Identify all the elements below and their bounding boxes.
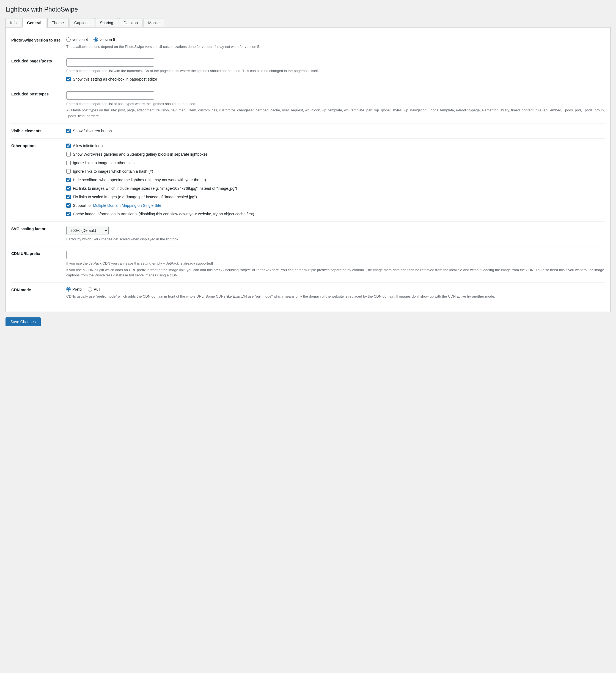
visible-elements-label: Visible elements — [11, 128, 66, 133]
svg-scaling-select[interactable]: 100% 150% 200% (Default) 250% 300% — [66, 226, 109, 235]
multiple-domain-text: Support for Multiple Domain Mapping on S… — [73, 203, 161, 208]
fix-image-sizes-checkbox[interactable] — [66, 186, 71, 191]
other-options-checkbox-group: Allow infinite loop Show WordPress galle… — [66, 143, 605, 217]
separate-lightboxes-checkbox[interactable] — [66, 152, 71, 157]
infinite-loop-text: Allow infinite loop — [73, 143, 102, 149]
excluded-post-types-desc1: Enter a comma separated list of post typ… — [66, 101, 605, 107]
tab-desktop[interactable]: Desktop — [119, 18, 143, 27]
photoswipe-version-label: PhotoSwipe version to use — [11, 37, 66, 42]
other-options-row: Other options Allow infinite loop Show W… — [11, 139, 605, 222]
version4-label: version 4 — [72, 37, 88, 42]
visible-elements-control: Show fullscreen button — [66, 128, 605, 134]
excluded-pages-control: Enter a comma separated list with the nu… — [66, 58, 605, 82]
cdn-prefix-radio[interactable] — [66, 287, 71, 291]
excluded-pages-label: Excluded pages/posts — [11, 58, 66, 63]
save-changes-button[interactable]: Save Changes — [5, 317, 41, 326]
cache-image-text: Cache image information in transients (d… — [73, 211, 254, 217]
tab-info[interactable]: Info — [5, 18, 21, 27]
infinite-loop-checkbox[interactable] — [66, 144, 71, 148]
fullscreen-button-checkbox[interactable] — [66, 129, 71, 133]
fix-scaled-label[interactable]: Fix links to scaled images (e.g."image.j… — [66, 194, 605, 200]
hide-scrollbars-text: Hide scrollbars when opening the lightbo… — [73, 177, 206, 183]
cdn-prefix-text: Prefix — [72, 287, 82, 291]
separate-lightboxes-text: Show WordPress galleries and Gutenberg g… — [73, 152, 208, 157]
hide-scrollbars-checkbox[interactable] — [66, 178, 71, 182]
multiple-domain-label[interactable]: Support for Multiple Domain Mapping on S… — [66, 203, 605, 208]
photoswipe-version-description: The available options depend on the Phot… — [66, 44, 605, 49]
photoswipe-version-control: version 4 version 5 The available option… — [66, 37, 605, 49]
show-checkbox-setting-label[interactable]: Show this setting as checkbox in page/po… — [66, 76, 605, 82]
excluded-pages-row: Excluded pages/posts Enter a comma separ… — [11, 54, 605, 87]
settings-content: PhotoSwipe version to use version 4 vers… — [5, 27, 611, 312]
cache-image-label[interactable]: Cache image information in transients (d… — [66, 211, 605, 217]
tab-mobile[interactable]: Mobile — [144, 18, 164, 27]
tab-theme[interactable]: Theme — [47, 18, 69, 27]
fullscreen-button-text: Show fullscreen button — [73, 128, 112, 134]
fix-image-sizes-text: Fix links to images which include image … — [73, 186, 237, 191]
cdn-url-prefix-row: CDN URL prefix If you use the JetPack CD… — [11, 246, 605, 283]
fix-scaled-checkbox[interactable] — [66, 195, 71, 199]
excluded-post-types-row: Excluded post types Enter a comma separa… — [11, 87, 605, 124]
tab-captions[interactable]: Captions — [69, 18, 94, 27]
excluded-post-types-desc2: Available post types on this site: post,… — [66, 107, 605, 119]
excluded-pages-description: Enter a comma separated list with the nu… — [66, 68, 605, 74]
ignore-hash-checkbox[interactable] — [66, 169, 71, 174]
excluded-pages-input[interactable] — [66, 58, 154, 66]
version5-radio[interactable] — [93, 37, 98, 42]
cdn-url-prefix-control: If you use the JetPack CDN you can leave… — [66, 251, 605, 278]
ignore-hash-label[interactable]: Ignore links to images which contain a h… — [66, 169, 605, 174]
cdn-pull-radio[interactable] — [88, 287, 92, 291]
ignore-other-sites-label[interactable]: Ignore links to images on other sites — [66, 160, 605, 166]
version5-label: version 5 — [99, 37, 115, 42]
cdn-url-prefix-input[interactable] — [66, 251, 154, 259]
cdn-url-prefix-desc2: If you use a CDN plugin which adds an UR… — [66, 267, 605, 278]
cdn-mode-description: CDNs usually use "prefix mode" which add… — [66, 294, 605, 299]
photoswipe-version-row: PhotoSwipe version to use version 4 vers… — [11, 33, 605, 54]
cdn-mode-label: CDN mode — [11, 287, 66, 292]
cdn-prefix-radio-label[interactable]: Prefix — [66, 287, 82, 291]
show-checkbox-setting-text: Show this setting as checkbox in page/po… — [73, 76, 157, 82]
page-title: Lightbox with PhotoSwipe — [5, 5, 611, 14]
cdn-pull-radio-label[interactable]: Pull — [88, 287, 100, 291]
svg-scaling-control: 100% 150% 200% (Default) 250% 300% Facto… — [66, 226, 605, 242]
ignore-other-sites-checkbox[interactable] — [66, 161, 71, 165]
hide-scrollbars-label[interactable]: Hide scrollbars when opening the lightbo… — [66, 177, 605, 183]
cache-image-checkbox[interactable] — [66, 212, 71, 216]
cdn-mode-control: Prefix Pull CDNs usually use "prefix mod… — [66, 287, 605, 299]
cdn-mode-radio-group: Prefix Pull — [66, 287, 605, 291]
fix-image-sizes-label[interactable]: Fix links to images which include image … — [66, 186, 605, 191]
other-options-control: Allow infinite loop Show WordPress galle… — [66, 143, 605, 217]
tab-sharing[interactable]: Sharing — [95, 18, 118, 27]
cdn-url-prefix-label: CDN URL prefix — [11, 251, 66, 256]
ignore-other-sites-text: Ignore links to images on other sites — [73, 160, 135, 166]
fix-scaled-text: Fix links to scaled images (e.g."image.j… — [73, 194, 197, 200]
svg-scaling-row: SVG scaling factor 100% 150% 200% (Defau… — [11, 222, 605, 247]
version4-radio-label[interactable]: version 4 — [66, 37, 88, 42]
excluded-post-types-control: Enter a comma separated list of post typ… — [66, 91, 605, 119]
version4-radio[interactable] — [66, 37, 71, 42]
version-radio-group: version 4 version 5 — [66, 37, 605, 42]
ignore-hash-text: Ignore links to images which contain a h… — [73, 169, 153, 174]
show-checkbox-setting-input[interactable] — [66, 77, 71, 81]
infinite-loop-label[interactable]: Allow infinite loop — [66, 143, 605, 149]
svg-scaling-description: Factor by which SVG images get scaled wh… — [66, 237, 605, 242]
excluded-post-types-label: Excluded post types — [11, 91, 66, 96]
fullscreen-button-label[interactable]: Show fullscreen button — [66, 128, 605, 134]
cdn-url-prefix-desc1: If you use the JetPack CDN you can leave… — [66, 261, 605, 266]
multiple-domain-link[interactable]: Multiple Domain Mapping on Single Site — [93, 203, 161, 208]
cdn-pull-text: Pull — [94, 287, 100, 291]
multiple-domain-checkbox[interactable] — [66, 203, 71, 208]
excluded-post-types-input[interactable] — [66, 91, 154, 99]
other-options-label: Other options — [11, 143, 66, 148]
version5-radio-label[interactable]: version 5 — [93, 37, 115, 42]
visible-elements-row: Visible elements Show fullscreen button — [11, 124, 605, 139]
tab-general[interactable]: General — [22, 18, 46, 27]
tabs-nav: Info General Theme Captions Sharing Desk… — [5, 18, 611, 27]
svg-scaling-label: SVG scaling factor — [11, 226, 66, 231]
separate-lightboxes-label[interactable]: Show WordPress galleries and Gutenberg g… — [66, 152, 605, 157]
cdn-mode-row: CDN mode Prefix Pull CDNs usually use "p… — [11, 283, 605, 304]
